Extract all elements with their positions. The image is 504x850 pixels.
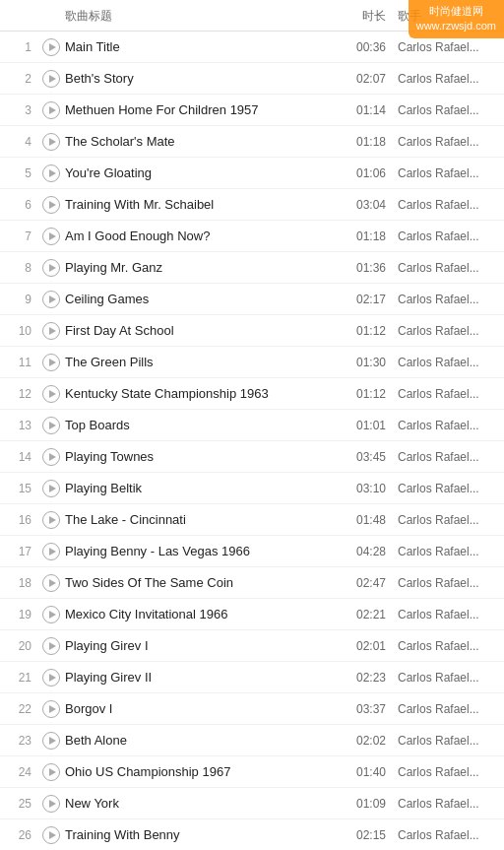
play-triangle-icon: [49, 138, 56, 146]
play-circle-icon: [42, 228, 60, 245]
track-row[interactable]: 13 Top Boards 01:01 Carlos Rafael...: [0, 410, 504, 441]
play-circle-icon: [42, 164, 60, 182]
play-button[interactable]: [37, 448, 65, 466]
play-circle-icon: [42, 259, 60, 277]
track-row[interactable]: 12 Kentucky State Championship 1963 01:1…: [0, 378, 504, 410]
track-row[interactable]: 24 Ohio US Championship 1967 01:40 Carlo…: [0, 756, 504, 788]
track-row[interactable]: 21 Playing Girev II 02:23 Carlos Rafael.…: [0, 662, 504, 693]
track-artist: Carlos Rafael...: [386, 103, 494, 117]
track-row[interactable]: 17 Playing Benny - Las Vegas 1966 04:28 …: [0, 536, 504, 567]
track-artist: Carlos Rafael...: [386, 229, 494, 243]
play-button[interactable]: [37, 574, 65, 592]
play-button[interactable]: [37, 417, 65, 434]
track-row[interactable]: 20 Playing Girev I 02:01 Carlos Rafael..…: [0, 630, 504, 662]
track-title: Playing Girev I: [65, 638, 337, 653]
track-artist: Carlos Rafael...: [386, 293, 494, 306]
play-button[interactable]: [37, 196, 65, 214]
play-button[interactable]: [37, 322, 65, 340]
track-row[interactable]: 19 Mexico City Invitational 1966 02:21 C…: [0, 599, 504, 630]
track-row[interactable]: 9 Ceiling Games 02:17 Carlos Rafael...: [0, 284, 504, 315]
track-row[interactable]: 25 New York 01:09 Carlos Rafael...: [0, 788, 504, 819]
play-circle-icon: [42, 322, 60, 340]
play-button[interactable]: [37, 763, 65, 781]
track-duration: 01:12: [337, 324, 386, 338]
play-button[interactable]: [37, 606, 65, 623]
track-artist: Carlos Rafael...: [386, 419, 494, 432]
track-title: Beth's Story: [65, 71, 337, 86]
track-row[interactable]: 6 Training With Mr. Schaibel 03:04 Carlo…: [0, 189, 504, 221]
track-row[interactable]: 11 The Green Pills 01:30 Carlos Rafael..…: [0, 347, 504, 378]
play-button[interactable]: [37, 70, 65, 88]
track-duration: 01:40: [337, 765, 386, 779]
play-circle-icon: [42, 448, 60, 466]
play-circle-icon: [42, 196, 60, 214]
play-button[interactable]: [37, 826, 65, 844]
track-number: 19: [10, 608, 37, 621]
play-button[interactable]: [37, 700, 65, 718]
play-button[interactable]: [37, 543, 65, 560]
play-button[interactable]: [37, 101, 65, 119]
play-button[interactable]: [37, 732, 65, 750]
track-row[interactable]: 7 Am I Good Enough Now? 01:18 Carlos Raf…: [0, 221, 504, 252]
track-duration: 01:06: [337, 166, 386, 180]
track-artist: Carlos Rafael...: [386, 72, 494, 86]
track-row[interactable]: 10 First Day At School 01:12 Carlos Rafa…: [0, 315, 504, 347]
track-row[interactable]: 2 Beth's Story 02:07 Carlos Rafael...: [0, 63, 504, 95]
play-circle-icon: [42, 70, 60, 88]
play-circle-icon: [42, 637, 60, 655]
track-artist: Carlos Rafael...: [386, 135, 494, 149]
track-duration: 00:36: [337, 40, 386, 54]
play-button[interactable]: [37, 164, 65, 182]
track-artist: Carlos Rafael...: [386, 734, 494, 748]
track-row[interactable]: 5 You're Gloating 01:06 Carlos Rafael...: [0, 158, 504, 189]
track-row[interactable]: 14 Playing Townes 03:45 Carlos Rafael...: [0, 441, 504, 473]
play-triangle-icon: [49, 106, 56, 114]
track-row[interactable]: 26 Training With Benny 02:15 Carlos Rafa…: [0, 819, 504, 850]
track-title: Playing Beltik: [65, 481, 337, 495]
play-triangle-icon: [49, 642, 56, 650]
track-artist: Carlos Rafael...: [386, 639, 494, 653]
track-row[interactable]: 3 Methuen Home For Children 1957 01:14 C…: [0, 95, 504, 126]
play-triangle-icon: [49, 800, 56, 808]
play-button[interactable]: [37, 480, 65, 497]
track-duration: 02:15: [337, 828, 386, 842]
track-duration: 02:17: [337, 293, 386, 306]
track-row[interactable]: 22 Borgov I 03:37 Carlos Rafael...: [0, 693, 504, 725]
track-artist: Carlos Rafael...: [386, 450, 494, 464]
track-number: 22: [10, 702, 37, 716]
play-button[interactable]: [37, 511, 65, 529]
track-row[interactable]: 16 The Lake - Cincinnati 01:48 Carlos Ra…: [0, 504, 504, 536]
play-button[interactable]: [37, 795, 65, 813]
track-row[interactable]: 18 Two Sides Of The Same Coin 02:47 Carl…: [0, 567, 504, 599]
track-number: 17: [10, 545, 37, 558]
track-artist: Carlos Rafael...: [386, 797, 494, 811]
track-number: 2: [10, 72, 37, 86]
track-row[interactable]: 4 The Scholar's Mate 01:18 Carlos Rafael…: [0, 126, 504, 158]
play-circle-icon: [42, 763, 60, 781]
play-button[interactable]: [37, 228, 65, 245]
play-button[interactable]: [37, 354, 65, 371]
track-row[interactable]: 23 Beth Alone 02:02 Carlos Rafael...: [0, 725, 504, 756]
play-button[interactable]: [37, 385, 65, 403]
track-row[interactable]: 15 Playing Beltik 03:10 Carlos Rafael...: [0, 473, 504, 504]
header-duration-col: 时长: [337, 8, 386, 25]
play-button[interactable]: [37, 259, 65, 277]
track-title: Main Title: [65, 39, 337, 54]
watermark: 时尚健道网 www.rzwsjd.com: [409, 0, 504, 38]
play-button[interactable]: [37, 669, 65, 687]
track-title: Ceiling Games: [65, 292, 337, 306]
play-circle-icon: [42, 795, 60, 813]
track-duration: 01:12: [337, 387, 386, 401]
track-number: 4: [10, 135, 37, 149]
play-button[interactable]: [37, 38, 65, 56]
track-number: 6: [10, 198, 37, 212]
play-button[interactable]: [37, 637, 65, 655]
play-triangle-icon: [49, 768, 56, 776]
track-artist: Carlos Rafael...: [386, 387, 494, 401]
play-button[interactable]: [37, 133, 65, 151]
play-circle-icon: [42, 700, 60, 718]
track-title: New York: [65, 796, 337, 811]
track-row[interactable]: 8 Playing Mr. Ganz 01:36 Carlos Rafael..…: [0, 252, 504, 284]
play-button[interactable]: [37, 291, 65, 308]
track-number: 1: [10, 40, 37, 54]
